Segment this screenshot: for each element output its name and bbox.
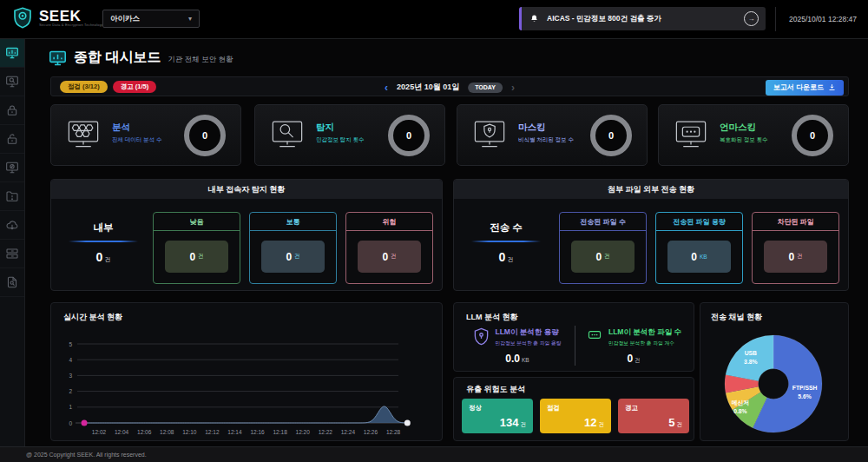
sidebar-item-dashboard[interactable] xyxy=(0,39,24,68)
date-navigator: ‹ 2025년 10월 01일 TODAY › xyxy=(385,77,515,97)
svg-text:12:08: 12:08 xyxy=(160,429,174,435)
unit-label: 건 xyxy=(677,421,683,427)
page-title: 종합 대시보드 xyxy=(74,49,161,67)
transfer-box-count: 전송된 파일 수 0건 xyxy=(559,212,647,284)
risk-card-label: 정상 xyxy=(469,404,482,412)
severity-box-value: 0 xyxy=(286,251,292,263)
warning-badge[interactable]: 경고 (1/5) xyxy=(113,81,157,93)
stat-card-label: 마스킹 xyxy=(518,122,574,134)
stat-card-label: 탐지 xyxy=(316,122,365,134)
sidebar xyxy=(0,39,25,446)
sidebar-item-detection[interactable] xyxy=(0,68,24,96)
risk-card-normal: 정상 134건 xyxy=(462,399,533,433)
transfer-box-label: 전송된 파일 용량 xyxy=(656,213,742,231)
bell-icon xyxy=(529,13,540,25)
report-download-button[interactable]: 보고서 다운로드 xyxy=(766,80,844,96)
sidebar-item-transfer[interactable] xyxy=(0,240,24,268)
risk-card-label: 점검 xyxy=(547,404,560,412)
monitor-block-icon xyxy=(5,161,19,175)
next-day-button[interactable]: › xyxy=(511,79,515,96)
sidebar-item-file-alerts[interactable] xyxy=(0,182,24,211)
llm-item-label: LLM이 분석한 용량 xyxy=(495,327,561,338)
channel-panel: 전송 채널 현황 FTP/SSH5.6%메신저0.8%USB3.8% xyxy=(700,302,849,441)
sidebar-item-audit[interactable] xyxy=(0,268,24,297)
check-badge[interactable]: 점검 (3/12) xyxy=(60,81,108,93)
channel-panel-title: 전송 채널 현황 xyxy=(711,312,762,323)
severity-box-danger: 위험 0건 xyxy=(345,212,433,284)
unit-label: 건 xyxy=(599,421,605,427)
page-header: 종합 대시보드 기관 전체 보안 현황 xyxy=(49,49,233,67)
ellipsis-badge-icon xyxy=(586,327,603,342)
today-button[interactable]: TODAY xyxy=(468,82,503,93)
dashboard-root: SEEK Secure Data & Encryption Technologi… xyxy=(0,0,868,462)
realtime-chart-title: 실시간 분석 현황 xyxy=(63,312,122,323)
svg-text:12:06: 12:06 xyxy=(137,429,152,435)
unit-label: 건 xyxy=(104,256,110,262)
app-logo[interactable]: SEEK Secure Data & Encryption Technologi… xyxy=(12,6,107,30)
sidebar-item-unmasking[interactable] xyxy=(0,125,24,154)
llm-item-label: LLM이 분석한 파일 수 xyxy=(608,327,681,338)
shield-lock-icon xyxy=(473,327,490,346)
stat-card-sublabel: 민감정보 탐지 횟수 xyxy=(316,136,365,144)
clock: 2025/10/01 12:28:47 xyxy=(781,0,865,38)
unit-label: 건 xyxy=(507,256,513,262)
footer: @ 2025 Copyright SEEK. All rights reserv… xyxy=(0,446,868,462)
logo-text: SEEK xyxy=(39,10,107,23)
prev-day-button[interactable]: ‹ xyxy=(385,79,388,96)
llm-item-sublabel: 민감정보 분석한 총 파일 용량 xyxy=(495,340,561,347)
severity-box-value: 0 xyxy=(382,251,388,263)
svg-text:FTP/SSH: FTP/SSH xyxy=(792,385,818,391)
file-transfer-panel: 첨부 파일 외부 전송 현황 전송 수 0건 전송된 파일 수 0건 전송된 파… xyxy=(453,179,849,291)
alert-banner[interactable]: AICAS - 민감정보 800건 검출 증가 → xyxy=(519,7,766,30)
realtime-analysis-panel: 실시간 분석 현황 01234512:0212:0412:0612:0812:1… xyxy=(50,302,443,441)
stat-card-label: 분석 xyxy=(112,122,161,134)
svg-text:12:20: 12:20 xyxy=(296,429,311,435)
sidebar-item-cloud[interactable] xyxy=(0,211,24,240)
svg-text:12:12: 12:12 xyxy=(205,429,220,435)
realtime-line-chart: 01234512:0212:0412:0612:0812:1012:1212:1… xyxy=(51,303,444,442)
svg-text:4: 4 xyxy=(69,357,72,363)
caret-down-icon: ▾ xyxy=(188,15,192,23)
accent-underline xyxy=(471,241,541,242)
risk-panel-title: 유출 위험도 분석 xyxy=(466,384,525,395)
stat-card-sublabel: 복호화된 정보 횟수 xyxy=(720,136,768,144)
gauge-value: 0 xyxy=(202,130,207,141)
gauge-value: 0 xyxy=(608,130,614,141)
svg-text:12:22: 12:22 xyxy=(319,429,333,435)
file-search-icon xyxy=(5,275,19,289)
sidebar-item-policy[interactable] xyxy=(0,154,24,182)
llm-filecount-item: LLM이 분석한 파일 수 민감정보 분석한 총 파일 개수 0건 xyxy=(577,327,690,365)
transfer-box-label: 전송된 파일 수 xyxy=(560,213,646,231)
svg-text:0.8%: 0.8% xyxy=(733,408,747,414)
risk-card-label: 경고 xyxy=(625,404,638,412)
svg-text:12:10: 12:10 xyxy=(182,429,197,435)
folder-warning-icon xyxy=(5,189,19,203)
svg-text:3.8%: 3.8% xyxy=(744,359,758,365)
severity-box-label: 위험 xyxy=(346,213,432,231)
gauge-ring: 0 xyxy=(590,115,632,156)
org-dropdown-value: 아이카스 xyxy=(110,14,140,24)
svg-text:메신저: 메신저 xyxy=(732,399,749,406)
unit-label: 건 xyxy=(635,357,641,363)
transfer-box-volume: 전송된 파일 용량 0KB xyxy=(655,212,743,284)
arrow-circle-icon[interactable]: → xyxy=(744,11,759,26)
sidebar-item-masking[interactable] xyxy=(0,96,24,125)
gauge-ring: 0 xyxy=(388,115,430,156)
dashboard-icon xyxy=(5,46,19,60)
stat-card-sublabel: 전체 데이터 분석 수 xyxy=(112,136,161,144)
topbar: SEEK Secure Data & Encryption Technologi… xyxy=(0,0,868,39)
folder-transfer-icon xyxy=(5,247,19,261)
internal-access-panel: 내부 접속자 탐지 현황 내부 0건 낮음 0건 보통 0건 위험 0건 xyxy=(50,179,443,291)
svg-text:12:04: 12:04 xyxy=(115,429,129,435)
risk-card-value: 134 xyxy=(500,416,519,429)
unit-label: 건 xyxy=(294,253,300,261)
shield-logo-icon xyxy=(12,6,33,30)
svg-text:12:26: 12:26 xyxy=(364,429,378,435)
org-dropdown[interactable]: 아이카스 ▾ xyxy=(102,10,200,28)
page-subtitle: 기관 전체 보안 현황 xyxy=(168,55,233,67)
svg-text:12:16: 12:16 xyxy=(250,429,265,435)
llm-panel-title: LLM 분석 현황 xyxy=(466,312,518,323)
risk-card-value: 5 xyxy=(668,416,674,429)
svg-text:12:24: 12:24 xyxy=(341,429,356,435)
unlock-icon xyxy=(5,132,19,146)
